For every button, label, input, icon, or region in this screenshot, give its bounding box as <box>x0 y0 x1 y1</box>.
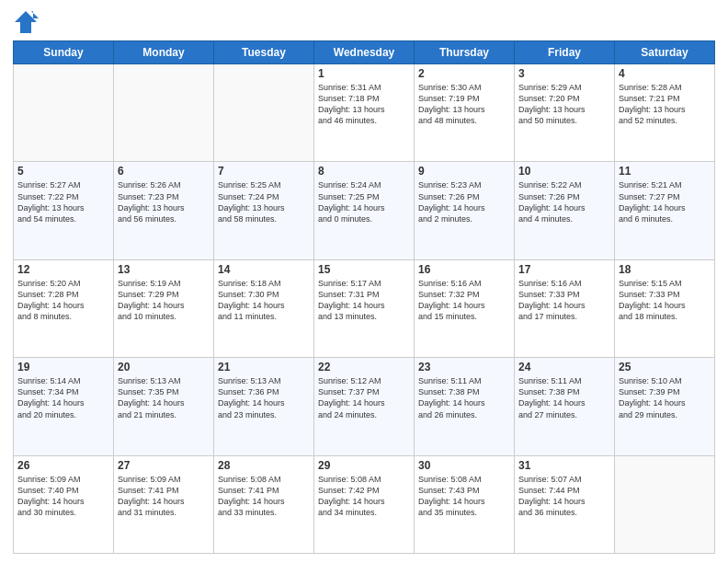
calendar-cell: 29Sunrise: 5:08 AMSunset: 7:42 PMDayligh… <box>314 455 415 553</box>
day-number: 1 <box>318 67 410 80</box>
cell-info: Sunrise: 5:08 AMSunset: 7:42 PMDaylight:… <box>318 474 410 519</box>
cell-info: Sunrise: 5:10 AMSunset: 7:39 PMDaylight:… <box>619 375 711 420</box>
calendar-cell: 27Sunrise: 5:09 AMSunset: 7:41 PMDayligh… <box>114 455 214 553</box>
calendar-cell: 24Sunrise: 5:11 AMSunset: 7:38 PMDayligh… <box>515 358 615 455</box>
page: SundayMondayTuesdayWednesdayThursdayFrid… <box>0 0 728 563</box>
calendar-cell: 6Sunrise: 5:26 AMSunset: 7:23 PMDaylight… <box>114 162 214 259</box>
cell-info: Sunrise: 5:13 AMSunset: 7:36 PMDaylight:… <box>218 375 310 420</box>
cell-info: Sunrise: 5:25 AMSunset: 7:24 PMDaylight:… <box>218 179 310 224</box>
cell-info: Sunrise: 5:30 AMSunset: 7:19 PMDaylight:… <box>418 82 510 127</box>
day-number: 12 <box>17 263 109 276</box>
cell-info: Sunrise: 5:07 AMSunset: 7:44 PMDaylight:… <box>518 474 610 519</box>
calendar-cell: 16Sunrise: 5:16 AMSunset: 7:32 PMDayligh… <box>415 259 515 357</box>
day-number: 17 <box>518 263 610 276</box>
calendar-cell: 8Sunrise: 5:24 AMSunset: 7:25 PMDaylight… <box>314 162 415 259</box>
cell-info: Sunrise: 5:23 AMSunset: 7:26 PMDaylight:… <box>418 179 510 224</box>
weekday-header-monday: Monday <box>114 41 214 64</box>
day-number: 9 <box>418 165 510 178</box>
cell-info: Sunrise: 5:20 AMSunset: 7:28 PMDaylight:… <box>17 278 109 323</box>
weekday-header-tuesday: Tuesday <box>214 41 314 64</box>
day-number: 31 <box>518 459 610 472</box>
day-number: 30 <box>418 459 510 472</box>
day-number: 20 <box>118 361 210 373</box>
cell-info: Sunrise: 5:18 AMSunset: 7:30 PMDaylight:… <box>218 278 310 323</box>
calendar-cell: 4Sunrise: 5:28 AMSunset: 7:21 PMDaylight… <box>615 64 715 162</box>
day-number: 6 <box>118 165 210 178</box>
weekday-header-wednesday: Wednesday <box>314 41 415 64</box>
weekday-header-thursday: Thursday <box>415 41 515 64</box>
week-row-2: 5Sunrise: 5:27 AMSunset: 7:22 PMDaylight… <box>14 162 715 259</box>
cell-info: Sunrise: 5:19 AMSunset: 7:29 PMDaylight:… <box>118 278 210 323</box>
calendar-table: SundayMondayTuesdayWednesdayThursdayFrid… <box>13 40 715 554</box>
calendar-cell: 23Sunrise: 5:11 AMSunset: 7:38 PMDayligh… <box>415 358 515 455</box>
calendar-cell: 11Sunrise: 5:21 AMSunset: 7:27 PMDayligh… <box>615 162 715 259</box>
calendar-cell: 26Sunrise: 5:09 AMSunset: 7:40 PMDayligh… <box>14 455 114 553</box>
day-number: 22 <box>318 361 410 373</box>
day-number: 10 <box>518 165 610 178</box>
calendar-cell: 19Sunrise: 5:14 AMSunset: 7:34 PMDayligh… <box>14 358 114 455</box>
day-number: 13 <box>118 263 210 276</box>
calendar-cell: 18Sunrise: 5:15 AMSunset: 7:33 PMDayligh… <box>615 259 715 357</box>
day-number: 4 <box>619 67 711 80</box>
weekday-header-sunday: Sunday <box>14 41 114 64</box>
cell-info: Sunrise: 5:28 AMSunset: 7:21 PMDaylight:… <box>619 82 711 127</box>
day-number: 24 <box>518 361 610 373</box>
week-row-1: 1Sunrise: 5:31 AMSunset: 7:18 PMDaylight… <box>14 64 715 162</box>
day-number: 28 <box>218 459 310 472</box>
cell-info: Sunrise: 5:16 AMSunset: 7:33 PMDaylight:… <box>518 278 610 323</box>
week-row-5: 26Sunrise: 5:09 AMSunset: 7:40 PMDayligh… <box>14 455 715 553</box>
calendar-cell <box>615 455 715 553</box>
cell-info: Sunrise: 5:22 AMSunset: 7:26 PMDaylight:… <box>518 179 610 224</box>
calendar-cell: 12Sunrise: 5:20 AMSunset: 7:28 PMDayligh… <box>14 259 114 357</box>
calendar-cell: 17Sunrise: 5:16 AMSunset: 7:33 PMDayligh… <box>515 259 615 357</box>
day-number: 25 <box>619 361 711 373</box>
weekday-header-row: SundayMondayTuesdayWednesdayThursdayFrid… <box>14 41 715 64</box>
day-number: 19 <box>17 361 109 373</box>
day-number: 7 <box>218 165 310 178</box>
calendar-cell: 14Sunrise: 5:18 AMSunset: 7:30 PMDayligh… <box>214 259 314 357</box>
svg-marker-1 <box>31 11 39 18</box>
calendar-cell: 13Sunrise: 5:19 AMSunset: 7:29 PMDayligh… <box>114 259 214 357</box>
cell-info: Sunrise: 5:16 AMSunset: 7:32 PMDaylight:… <box>418 278 510 323</box>
weekday-header-friday: Friday <box>515 41 615 64</box>
day-number: 21 <box>218 361 310 373</box>
day-number: 26 <box>17 459 109 472</box>
calendar-cell: 2Sunrise: 5:30 AMSunset: 7:19 PMDaylight… <box>415 64 515 162</box>
cell-info: Sunrise: 5:31 AMSunset: 7:18 PMDaylight:… <box>318 82 410 127</box>
cell-info: Sunrise: 5:11 AMSunset: 7:38 PMDaylight:… <box>418 375 510 420</box>
day-number: 27 <box>118 459 210 472</box>
day-number: 29 <box>318 459 410 472</box>
cell-info: Sunrise: 5:15 AMSunset: 7:33 PMDaylight:… <box>619 278 711 323</box>
calendar-cell: 22Sunrise: 5:12 AMSunset: 7:37 PMDayligh… <box>314 358 415 455</box>
cell-info: Sunrise: 5:08 AMSunset: 7:43 PMDaylight:… <box>418 474 510 519</box>
cell-info: Sunrise: 5:26 AMSunset: 7:23 PMDaylight:… <box>118 179 210 224</box>
calendar-cell: 20Sunrise: 5:13 AMSunset: 7:35 PMDayligh… <box>114 358 214 455</box>
cell-info: Sunrise: 5:11 AMSunset: 7:38 PMDaylight:… <box>518 375 610 420</box>
day-number: 23 <box>418 361 510 373</box>
calendar-cell: 3Sunrise: 5:29 AMSunset: 7:20 PMDaylight… <box>515 64 615 162</box>
cell-info: Sunrise: 5:09 AMSunset: 7:40 PMDaylight:… <box>17 474 109 519</box>
cell-info: Sunrise: 5:09 AMSunset: 7:41 PMDaylight:… <box>118 474 210 519</box>
cell-info: Sunrise: 5:17 AMSunset: 7:31 PMDaylight:… <box>318 278 410 323</box>
day-number: 11 <box>619 165 711 178</box>
cell-info: Sunrise: 5:13 AMSunset: 7:35 PMDaylight:… <box>118 375 210 420</box>
cell-info: Sunrise: 5:27 AMSunset: 7:22 PMDaylight:… <box>17 179 109 224</box>
calendar-cell <box>14 64 114 162</box>
calendar-cell: 10Sunrise: 5:22 AMSunset: 7:26 PMDayligh… <box>515 162 615 259</box>
calendar-cell: 15Sunrise: 5:17 AMSunset: 7:31 PMDayligh… <box>314 259 415 357</box>
day-number: 2 <box>418 67 510 80</box>
week-row-4: 19Sunrise: 5:14 AMSunset: 7:34 PMDayligh… <box>14 358 715 455</box>
calendar-cell: 25Sunrise: 5:10 AMSunset: 7:39 PMDayligh… <box>615 358 715 455</box>
calendar-cell: 28Sunrise: 5:08 AMSunset: 7:41 PMDayligh… <box>214 455 314 553</box>
cell-info: Sunrise: 5:12 AMSunset: 7:37 PMDaylight:… <box>318 375 410 420</box>
cell-info: Sunrise: 5:21 AMSunset: 7:27 PMDaylight:… <box>619 179 711 224</box>
calendar-cell: 7Sunrise: 5:25 AMSunset: 7:24 PMDaylight… <box>214 162 314 259</box>
weekday-header-saturday: Saturday <box>615 41 715 64</box>
calendar-cell: 9Sunrise: 5:23 AMSunset: 7:26 PMDaylight… <box>415 162 515 259</box>
cell-info: Sunrise: 5:08 AMSunset: 7:41 PMDaylight:… <box>218 474 310 519</box>
day-number: 16 <box>418 263 510 276</box>
calendar-cell: 5Sunrise: 5:27 AMSunset: 7:22 PMDaylight… <box>14 162 114 259</box>
calendar-cell <box>114 64 214 162</box>
day-number: 15 <box>318 263 410 276</box>
day-number: 8 <box>318 165 410 178</box>
